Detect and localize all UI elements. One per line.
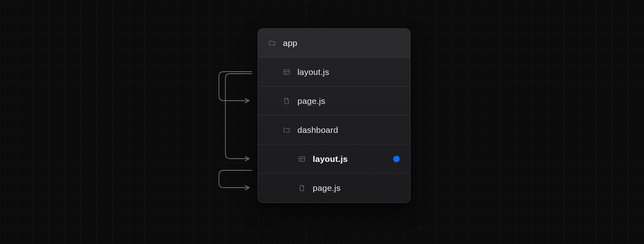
tree-root-label: app bbox=[283, 38, 297, 48]
folder-icon bbox=[268, 39, 276, 47]
svg-rect-3 bbox=[299, 157, 305, 161]
tree-item-page[interactable]: page.js bbox=[258, 87, 410, 116]
tree-item-dashboard-layout[interactable]: layout.js bbox=[258, 145, 410, 174]
tree-item-label: page.js bbox=[297, 96, 325, 106]
file-icon bbox=[298, 184, 305, 192]
tree-item-label: layout.js bbox=[297, 67, 329, 77]
layout-icon bbox=[283, 68, 290, 76]
active-indicator-dot bbox=[393, 156, 400, 162]
tree-item-layout[interactable]: layout.js bbox=[258, 58, 410, 87]
tree-root[interactable]: app bbox=[258, 29, 410, 58]
tree-item-label: dashboard bbox=[297, 125, 338, 135]
tree-item-label: layout.js bbox=[313, 154, 348, 164]
svg-rect-0 bbox=[284, 70, 289, 74]
layout-icon bbox=[298, 155, 305, 163]
nesting-connectors bbox=[217, 66, 257, 211]
folder-icon bbox=[283, 126, 290, 134]
tree-item-dashboard-page[interactable]: page.js bbox=[258, 174, 410, 203]
file-tree-panel: app layout.js page.js dashboard layout.j… bbox=[258, 28, 411, 203]
file-icon bbox=[283, 97, 290, 105]
tree-item-dashboard[interactable]: dashboard bbox=[258, 116, 410, 145]
tree-item-label: page.js bbox=[313, 183, 341, 193]
